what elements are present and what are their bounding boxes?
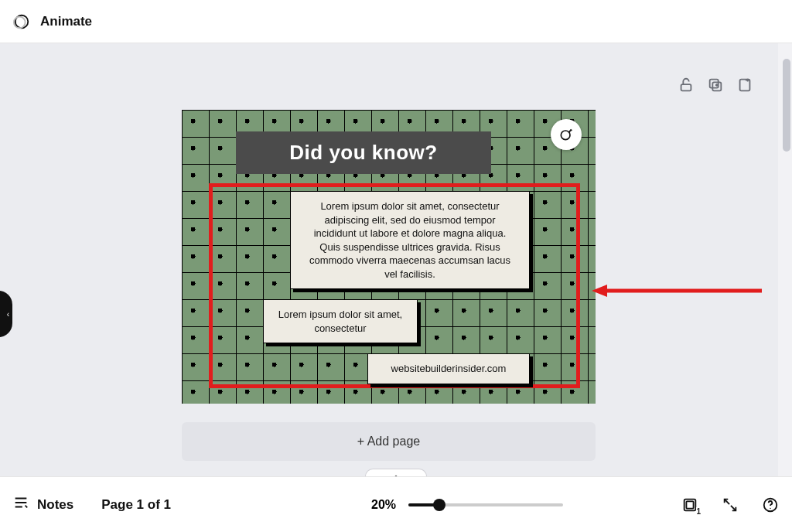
svg-rect-4 [710, 80, 719, 88]
zoom-percent[interactable]: 20% [371, 498, 396, 512]
help-icon[interactable] [761, 496, 780, 514]
editor-topbar: Animate [0, 0, 792, 43]
notes-label: Notes [37, 497, 73, 513]
side-panel-toggle[interactable]: ‹ [0, 291, 12, 337]
page-peek-handle[interactable] [365, 469, 427, 476]
svg-rect-3 [712, 82, 721, 90]
duplicate-page-icon[interactable] [706, 76, 725, 94]
fullscreen-icon[interactable] [721, 496, 739, 514]
notes-icon [12, 494, 29, 515]
svg-rect-10 [686, 501, 693, 508]
text-card-credit[interactable]: websitebuilderinsider.com [367, 353, 530, 384]
new-page-icon[interactable] [736, 76, 754, 94]
magic-icon[interactable] [551, 119, 582, 150]
page-indicator[interactable]: Page 1 of 1 [101, 497, 171, 513]
page-tool-row [677, 74, 754, 96]
slide-title[interactable]: Did you know? [236, 131, 491, 174]
bottom-right-icons: 1 [681, 496, 780, 514]
annotation-arrow [592, 283, 762, 298]
svg-marker-8 [592, 285, 607, 297]
svg-point-6 [561, 131, 570, 140]
svg-rect-2 [681, 84, 691, 90]
vertical-scrollbar[interactable] [778, 43, 792, 476]
unlock-icon[interactable] [677, 76, 695, 94]
text-card-main[interactable]: Lorem ipsum dolor sit amet, consectetur … [290, 191, 530, 289]
motion-icon[interactable] [12, 12, 31, 31]
add-page-button[interactable]: + Add page [182, 422, 596, 461]
page-container: Did you know? Lorem ipsum dolor sit amet… [182, 74, 596, 404]
scrollbar-thumb[interactable] [783, 59, 790, 152]
zoom-slider[interactable] [408, 503, 563, 506]
zoom-slider-knob[interactable] [433, 499, 446, 511]
canvas-workspace: ‹ Did you know? Lorem ipsum dolor sit am… [0, 43, 792, 476]
design-slide[interactable]: Did you know? Lorem ipsum dolor sit amet… [182, 110, 596, 404]
zoom-controls: 20% [371, 498, 563, 512]
grid-view-icon[interactable]: 1 [681, 496, 699, 514]
svg-point-12 [770, 507, 770, 508]
grid-page-count: 1 [696, 507, 701, 516]
notes-button[interactable]: Notes [12, 494, 73, 515]
editor-bottombar: Notes Page 1 of 1 20% 1 [0, 476, 792, 532]
text-card-secondary[interactable]: Lorem ipsum dolor sit amet, consectetur [263, 299, 418, 343]
animate-button[interactable]: Animate [40, 14, 92, 29]
